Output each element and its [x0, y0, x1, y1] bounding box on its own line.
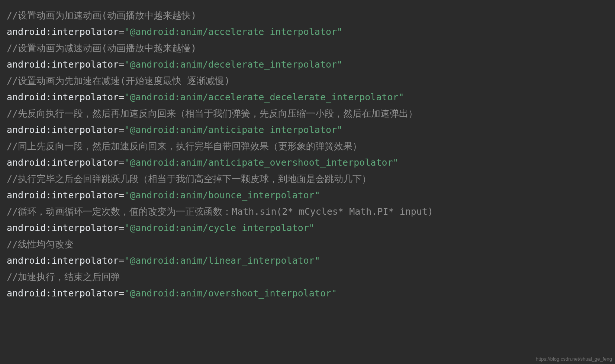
code-line: android:interpolator="@android:anim/line… — [7, 253, 608, 269]
equals-sign: = — [119, 124, 124, 135]
attribute-name: android:interpolator — [7, 59, 119, 70]
equals-sign: = — [119, 190, 124, 201]
attribute-value: "@android:anim/overshoot_interpolator" — [124, 288, 337, 299]
attribute-value: "@android:anim/anticipate_overshoot_inte… — [124, 157, 399, 168]
watermark: https://blog.csdn.net/shuai_ge_feng — [536, 356, 612, 362]
comment-text: //同上先反向一段，然后加速反向回来，执行完毕自带回弹效果（更形象的弹簧效果） — [7, 141, 362, 152]
code-line: //设置动画为先加速在减速(开始速度最快 逐渐减慢) — [7, 73, 608, 89]
comment-text: //加速执行，结束之后回弹 — [7, 272, 120, 282]
comment-text: //设置动画为先加速在减速(开始速度最快 逐渐减慢) — [7, 75, 230, 86]
attribute-name: android:interpolator — [7, 190, 119, 201]
attribute-name: android:interpolator — [7, 124, 119, 135]
code-line: //循环，动画循环一定次数，值的改变为一正弦函数：Math.sin(2* mCy… — [7, 204, 608, 220]
code-line: android:interpolator="@android:anim/anti… — [7, 122, 608, 138]
attribute-value: "@android:anim/accelerate_interpolator" — [124, 26, 342, 37]
attribute-name: android:interpolator — [7, 222, 119, 233]
attribute-name: android:interpolator — [7, 288, 119, 299]
code-line: //设置动画为加速动画(动画播放中越来越快) — [7, 7, 608, 24]
equals-sign: = — [119, 26, 124, 37]
equals-sign: = — [119, 59, 124, 70]
code-line: //设置动画为减速动画(动画播放中越来越慢) — [7, 40, 608, 56]
attribute-value: "@android:anim/cycle_interpolator" — [124, 222, 315, 233]
code-line: android:interpolator="@android:anim/anti… — [7, 155, 608, 171]
code-line: android:interpolator="@android:anim/cycl… — [7, 220, 608, 236]
code-line: //加速执行，结束之后回弹 — [7, 269, 608, 285]
comment-text: //设置动画为加速动画(动画播放中越来越快) — [7, 10, 196, 21]
attribute-name: android:interpolator — [7, 255, 119, 266]
attribute-name: android:interpolator — [7, 26, 119, 37]
equals-sign: = — [119, 288, 124, 299]
code-line: //执行完毕之后会回弹跳跃几段（相当于我们高空掉下一颗皮球，到地面是会跳动几下） — [7, 171, 608, 187]
equals-sign: = — [119, 157, 124, 168]
attribute-value: "@android:anim/anticipate_interpolator" — [124, 124, 342, 135]
comment-text: //循环，动画循环一定次数，值的改变为一正弦函数：Math.sin(2* mCy… — [7, 206, 433, 217]
comment-text: //线性均匀改变 — [7, 239, 74, 250]
comment-text: //先反向执行一段，然后再加速反向回来（相当于我们弹簧，先反向压缩一小段，然后在… — [7, 108, 418, 119]
code-line: android:interpolator="@android:anim/dece… — [7, 56, 608, 73]
attribute-value: "@android:anim/bounce_interpolator" — [124, 190, 320, 201]
code-block: //设置动画为加速动画(动画播放中越来越快)android:interpolat… — [0, 0, 615, 309]
code-line: android:interpolator="@android:anim/acce… — [7, 89, 608, 105]
code-line: //同上先反向一段，然后加速反向回来，执行完毕自带回弹效果（更形象的弹簧效果） — [7, 138, 608, 155]
attribute-value: "@android:anim/linear_interpolator" — [124, 255, 320, 266]
code-line: //线性均匀改变 — [7, 236, 608, 253]
equals-sign: = — [119, 92, 124, 103]
code-line: android:interpolator="@android:anim/acce… — [7, 24, 608, 40]
attribute-value: "@android:anim/decelerate_interpolator" — [124, 59, 342, 70]
attribute-value: "@android:anim/accelerate_decelerate_int… — [124, 92, 404, 103]
code-line: android:interpolator="@android:anim/boun… — [7, 187, 608, 204]
code-line: //先反向执行一段，然后再加速反向回来（相当于我们弹簧，先反向压缩一小段，然后在… — [7, 105, 608, 122]
equals-sign: = — [119, 255, 124, 266]
comment-text: //设置动画为减速动画(动画播放中越来越慢) — [7, 43, 196, 53]
attribute-name: android:interpolator — [7, 92, 119, 103]
equals-sign: = — [119, 222, 124, 233]
code-line: android:interpolator="@android:anim/over… — [7, 285, 608, 302]
comment-text: //执行完毕之后会回弹跳跃几段（相当于我们高空掉下一颗皮球，到地面是会跳动几下） — [7, 173, 371, 184]
attribute-name: android:interpolator — [7, 157, 119, 168]
